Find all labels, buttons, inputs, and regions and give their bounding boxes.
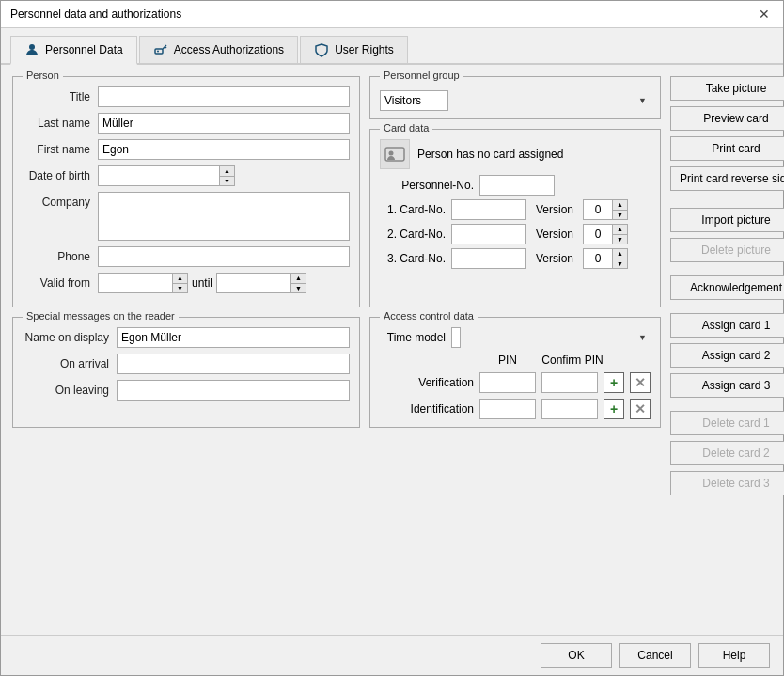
on-leaving-input[interactable] — [117, 380, 350, 401]
ok-button[interactable]: OK — [541, 643, 612, 668]
version3-input[interactable] — [583, 248, 613, 269]
right-panel: Take picture Preview card Print card Pri… — [670, 76, 784, 623]
version2-spinner: ▲ ▼ — [583, 224, 628, 244]
print-card-reverse-button[interactable]: Print card reverse side — [670, 166, 784, 191]
delete-picture-button[interactable]: Delete picture — [670, 238, 784, 262]
svg-point-6 — [389, 151, 394, 156]
valid-from-spinner-btn[interactable]: ▲ ▼ — [173, 273, 188, 293]
on-arrival-input[interactable] — [117, 354, 350, 374]
name-on-display-label: Name on display — [23, 331, 117, 344]
personnel-group-select-wrapper: Visitors Employees Contractors — [380, 90, 651, 111]
svg-point-2 — [157, 51, 159, 53]
identification-del-btn[interactable]: ✕ — [630, 399, 651, 419]
delete-card-3-button[interactable]: Delete card 3 — [670, 471, 784, 495]
take-picture-button[interactable]: Take picture — [670, 76, 784, 101]
top-row: Person Title Last name First name D — [12, 76, 661, 307]
dob-input[interactable] — [98, 165, 220, 186]
identification-add-btn[interactable]: + — [604, 399, 624, 419]
time-model-select-wrapper — [451, 327, 651, 348]
firstname-input[interactable] — [98, 139, 350, 160]
card2-input[interactable] — [451, 224, 526, 244]
main-content: Person Title Last name First name D — [1, 65, 783, 635]
access-inner: Time model PIN Confirm PIN — [380, 327, 651, 419]
card3-row: 3. Card-No. Version ▲ ▼ — [380, 248, 651, 269]
version2-down[interactable]: ▼ — [613, 235, 627, 244]
tab-access-authorizations-label: Access Authorizations — [174, 43, 284, 56]
tab-user-rights-label: User Rights — [335, 43, 394, 56]
help-button[interactable]: Help — [698, 643, 770, 668]
dob-spinner-btn[interactable]: ▲ ▼ — [220, 165, 235, 186]
assign-card-2-button[interactable]: Assign card 2 — [670, 343, 784, 368]
version1-down[interactable]: ▼ — [613, 211, 627, 220]
dob-row: Date of birth ▲ ▼ — [23, 165, 350, 186]
valid-until-up[interactable]: ▲ — [291, 274, 306, 284]
version3-up[interactable]: ▲ — [613, 249, 627, 259]
valid-until-input[interactable] — [216, 273, 291, 293]
identification-pin-input[interactable] — [479, 399, 536, 419]
name-on-display-input[interactable] — [117, 327, 350, 348]
preview-card-button[interactable]: Preview card — [670, 106, 784, 131]
valid-until-down[interactable]: ▼ — [291, 284, 306, 293]
version1-spinner: ▲ ▼ — [583, 199, 628, 220]
verification-pin-input[interactable] — [479, 372, 536, 393]
delete-card-2-button[interactable]: Delete card 2 — [670, 441, 784, 465]
valid-from-down[interactable]: ▼ — [173, 284, 187, 293]
firstname-label: First name — [23, 143, 98, 156]
dob-up-arrow[interactable]: ▲ — [220, 166, 234, 177]
title-bar: Personnel data and authorizations ✕ — [1, 1, 783, 28]
delete-card-1-button[interactable]: Delete card 1 — [670, 411, 784, 435]
card2-row: 2. Card-No. Version ▲ ▼ — [380, 224, 651, 244]
company-row: Company — [23, 192, 350, 241]
dob-down-arrow[interactable]: ▼ — [220, 177, 234, 186]
version1-input[interactable] — [583, 199, 613, 220]
confirm-pin-header-label: Confirm PIN — [541, 354, 604, 367]
valid-from-label: Valid from — [23, 276, 98, 290]
title-label: Title — [23, 90, 98, 103]
phone-input[interactable] — [98, 246, 350, 267]
version2-label: Version — [536, 228, 573, 241]
tab-user-rights[interactable]: User Rights — [300, 36, 408, 63]
card1-input[interactable] — [451, 199, 526, 220]
verification-add-btn[interactable]: + — [604, 372, 624, 393]
main-dialog: Personnel data and authorizations ✕ Pers… — [0, 0, 784, 676]
special-messages-group: Special messages on the reader Name on d… — [12, 317, 360, 428]
access-control-title: Access control data — [380, 310, 478, 322]
assign-card-1-button[interactable]: Assign card 1 — [670, 313, 784, 338]
identification-row: Identification + ✕ — [380, 399, 651, 419]
valid-from-up[interactable]: ▲ — [173, 274, 187, 284]
print-card-button[interactable]: Print card — [670, 136, 784, 161]
identification-confirm-input[interactable] — [541, 399, 598, 419]
version1-up[interactable]: ▲ — [613, 200, 627, 211]
card-data-group: Card data Person has no card assigned — [369, 129, 661, 307]
verification-row: Verification + ✕ — [380, 372, 651, 393]
tab-bar: Personnel Data Access Authorizations Use… — [1, 28, 783, 65]
personnelno-input[interactable] — [479, 175, 555, 196]
valid-until-spinner-btn[interactable]: ▲ ▼ — [291, 273, 306, 293]
lastname-label: Last name — [23, 117, 98, 130]
verification-del-btn[interactable]: ✕ — [630, 372, 651, 393]
version1-btn[interactable]: ▲ ▼ — [613, 199, 628, 220]
cancel-button[interactable]: Cancel — [619, 643, 691, 668]
version2-up[interactable]: ▲ — [613, 225, 627, 235]
acknowledgement-button[interactable]: Acknowledgement — [670, 275, 784, 300]
tab-personnel-data[interactable]: Personnel Data — [10, 36, 137, 65]
version3-btn[interactable]: ▲ ▼ — [613, 248, 628, 269]
no-card-icon — [380, 139, 410, 169]
company-input[interactable] — [98, 192, 350, 241]
valid-from-input[interactable] — [98, 273, 173, 293]
title-input[interactable] — [98, 86, 350, 107]
lastname-input[interactable] — [98, 113, 350, 134]
pin-headers: PIN Confirm PIN — [479, 354, 651, 367]
version3-down[interactable]: ▼ — [613, 259, 627, 269]
time-model-select[interactable] — [451, 327, 461, 348]
version2-btn[interactable]: ▲ ▼ — [613, 224, 628, 244]
close-button[interactable]: ✕ — [755, 7, 774, 22]
version2-input[interactable] — [583, 224, 613, 244]
card3-input[interactable] — [451, 248, 526, 269]
verification-confirm-input[interactable] — [541, 372, 598, 393]
time-model-row: Time model — [380, 327, 651, 348]
tab-access-authorizations[interactable]: Access Authorizations — [139, 36, 298, 63]
personnel-group-select[interactable]: Visitors Employees Contractors — [380, 90, 448, 111]
import-picture-button[interactable]: Import picture — [670, 208, 784, 232]
assign-card-3-button[interactable]: Assign card 3 — [670, 373, 784, 398]
